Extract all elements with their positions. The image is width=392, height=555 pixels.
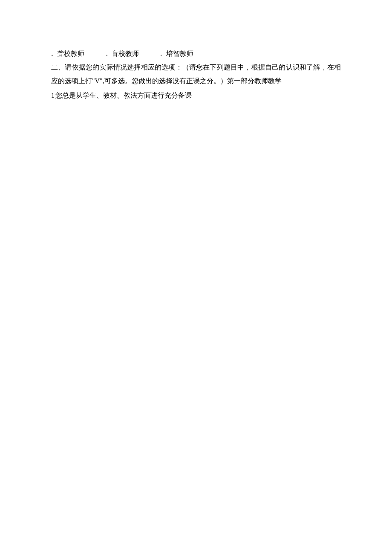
question-1: 1您总是从学生、教材、教法方面进行充分备课 <box>51 89 341 102</box>
option-label: 聋校教师 <box>57 47 84 61</box>
section-two-instructions: 二、请依据您的实际情况选择相应的选项：（请您在下列题目中，根据自己的认识和了解，… <box>51 61 341 88</box>
option-blind-school[interactable]: 。 盲校教师 <box>106 47 139 61</box>
option-label: 盲校教师 <box>112 47 139 61</box>
teacher-type-options: 。 聋校教师 。 盲校教师 。 培智教师 <box>51 47 341 61</box>
bullet-mark: 。 <box>106 49 111 59</box>
option-deaf-school[interactable]: 。 聋校教师 <box>51 47 84 61</box>
option-label: 培智教师 <box>166 47 193 61</box>
bullet-mark: 。 <box>51 49 56 59</box>
question-text: 您总是从学生、教材、教法方面进行充分备课 <box>55 92 192 99</box>
instruction-text: 二、请依据您的实际情况选择相应的选项：（请您在下列题目中，根据自己的认识和了解，… <box>51 64 341 84</box>
question-number: 1 <box>51 92 55 99</box>
option-special-ed[interactable]: 。 培智教师 <box>160 47 193 61</box>
bullet-mark: 。 <box>160 49 165 59</box>
